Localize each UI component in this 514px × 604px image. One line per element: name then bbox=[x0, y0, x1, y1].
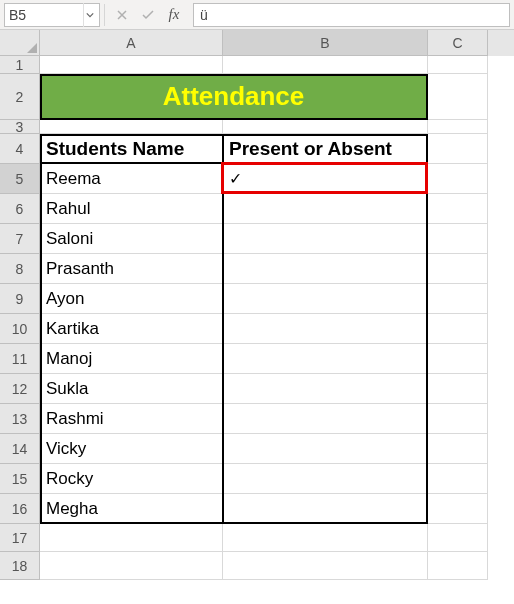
cell-C13[interactable] bbox=[428, 404, 488, 434]
row-header-11[interactable]: 11 bbox=[0, 344, 40, 374]
cell-B6[interactable] bbox=[223, 194, 428, 224]
cell-B18[interactable] bbox=[223, 552, 428, 580]
cell-C9[interactable] bbox=[428, 284, 488, 314]
cell-B12[interactable] bbox=[223, 374, 428, 404]
col-header-A[interactable]: A bbox=[40, 30, 223, 56]
col-header-C[interactable]: C bbox=[428, 30, 488, 56]
cell-C16[interactable] bbox=[428, 494, 488, 524]
cell-B15[interactable] bbox=[223, 464, 428, 494]
cell-A3[interactable] bbox=[40, 120, 223, 134]
cell-B3[interactable] bbox=[223, 120, 428, 134]
cell-C18[interactable] bbox=[428, 552, 488, 580]
cell-A5[interactable]: Reema bbox=[40, 164, 223, 194]
cancel-icon[interactable] bbox=[109, 3, 135, 27]
formula-input[interactable]: ü bbox=[193, 3, 510, 27]
border-line bbox=[40, 74, 42, 120]
cell-B14[interactable] bbox=[223, 434, 428, 464]
row-header-16[interactable]: 16 bbox=[0, 494, 40, 524]
cell-A2[interactable]: Attendance bbox=[40, 74, 428, 120]
border-line bbox=[40, 134, 42, 524]
name-box-value: B5 bbox=[9, 7, 26, 23]
cell-B13[interactable] bbox=[223, 404, 428, 434]
row-header-13[interactable]: 13 bbox=[0, 404, 40, 434]
cell-C8[interactable] bbox=[428, 254, 488, 284]
cell-A7[interactable]: Saloni bbox=[40, 224, 223, 254]
cell-A4[interactable]: Students Name bbox=[40, 134, 223, 164]
cell-B1[interactable] bbox=[223, 56, 428, 74]
border-line bbox=[222, 134, 224, 524]
select-all-corner[interactable] bbox=[0, 30, 40, 56]
cell-C2[interactable] bbox=[428, 74, 488, 120]
cell-A1[interactable] bbox=[40, 56, 223, 74]
cell-C4[interactable] bbox=[428, 134, 488, 164]
name-box[interactable]: B5 bbox=[4, 3, 100, 27]
fx-icon[interactable]: fx bbox=[161, 3, 187, 27]
row-header-8[interactable]: 8 bbox=[0, 254, 40, 284]
cell-C5[interactable] bbox=[428, 164, 488, 194]
row-header-17[interactable]: 17 bbox=[0, 524, 40, 552]
row-header-5[interactable]: 5 bbox=[0, 164, 40, 194]
row-header-15[interactable]: 15 bbox=[0, 464, 40, 494]
cell-B9[interactable] bbox=[223, 284, 428, 314]
cell-A6[interactable]: Rahul bbox=[40, 194, 223, 224]
cell-B7[interactable] bbox=[223, 224, 428, 254]
border-line bbox=[426, 74, 428, 120]
cell-C14[interactable] bbox=[428, 434, 488, 464]
cell-C3[interactable] bbox=[428, 120, 488, 134]
cell-C6[interactable] bbox=[428, 194, 488, 224]
cell-C15[interactable] bbox=[428, 464, 488, 494]
row-header-9[interactable]: 9 bbox=[0, 284, 40, 314]
name-box-dropdown-icon[interactable] bbox=[83, 3, 95, 27]
separator bbox=[104, 4, 105, 26]
row-header-14[interactable]: 14 bbox=[0, 434, 40, 464]
row-header-2[interactable]: 2 bbox=[0, 74, 40, 120]
cell-B10[interactable] bbox=[223, 314, 428, 344]
row-header-1[interactable]: 1 bbox=[0, 56, 40, 74]
border-line bbox=[40, 162, 428, 164]
border-line bbox=[40, 118, 428, 120]
row-header-3[interactable]: 3 bbox=[0, 120, 40, 134]
row-header-6[interactable]: 6 bbox=[0, 194, 40, 224]
column-headers: ABC bbox=[40, 30, 514, 56]
cell-A8[interactable]: Prasanth bbox=[40, 254, 223, 284]
cell-C12[interactable] bbox=[428, 374, 488, 404]
row-header-4[interactable]: 4 bbox=[0, 134, 40, 164]
cell-B5[interactable]: ✓ bbox=[223, 164, 428, 194]
border-line bbox=[40, 74, 428, 76]
cell-A11[interactable]: Manoj bbox=[40, 344, 223, 374]
cell-A17[interactable] bbox=[40, 524, 223, 552]
border-line bbox=[40, 134, 428, 136]
cell-A14[interactable]: Vicky bbox=[40, 434, 223, 464]
row-header-10[interactable]: 10 bbox=[0, 314, 40, 344]
cell-B16[interactable] bbox=[223, 494, 428, 524]
border-line bbox=[40, 522, 428, 524]
row-header-18[interactable]: 18 bbox=[0, 552, 40, 580]
cell-B11[interactable] bbox=[223, 344, 428, 374]
enter-icon[interactable] bbox=[135, 3, 161, 27]
cell-A10[interactable]: Kartika bbox=[40, 314, 223, 344]
cell-C11[interactable] bbox=[428, 344, 488, 374]
cell-C1[interactable] bbox=[428, 56, 488, 74]
cell-B8[interactable] bbox=[223, 254, 428, 284]
cell-A18[interactable] bbox=[40, 552, 223, 580]
cell-A13[interactable]: Rashmi bbox=[40, 404, 223, 434]
cell-C10[interactable] bbox=[428, 314, 488, 344]
row-header-12[interactable]: 12 bbox=[0, 374, 40, 404]
cell-B17[interactable] bbox=[223, 524, 428, 552]
cell-A12[interactable]: Sukla bbox=[40, 374, 223, 404]
cell-A16[interactable]: Megha bbox=[40, 494, 223, 524]
cell-A9[interactable]: Ayon bbox=[40, 284, 223, 314]
formula-bar: B5 fx ü bbox=[0, 0, 514, 30]
cell-C17[interactable] bbox=[428, 524, 488, 552]
row-header-7[interactable]: 7 bbox=[0, 224, 40, 254]
row-headers: 123456789101112131415161718 bbox=[0, 56, 40, 580]
cell-A15[interactable]: Rocky bbox=[40, 464, 223, 494]
col-header-B[interactable]: B bbox=[223, 30, 428, 56]
cell-C7[interactable] bbox=[428, 224, 488, 254]
border-line bbox=[426, 134, 428, 524]
formula-input-text: ü bbox=[200, 7, 208, 23]
cell-B4[interactable]: Present or Absent bbox=[223, 134, 428, 164]
